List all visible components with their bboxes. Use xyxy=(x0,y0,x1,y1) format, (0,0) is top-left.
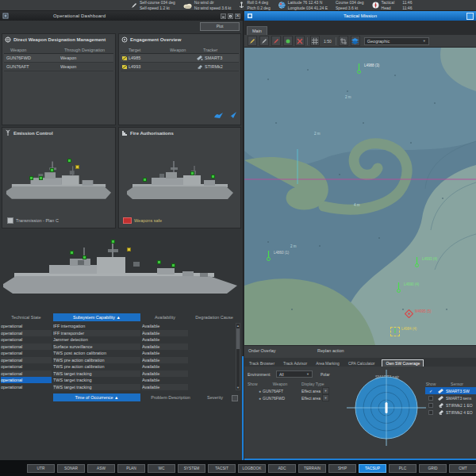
capability-cell[interactable]: TWS pre action calibration xyxy=(53,363,140,370)
dashboard-titlebar[interactable]: Operational Dashboard xyxy=(0,11,243,21)
tactical-map[interactable]: 2 m 2 m 4 m 2 m L4988 (3) L4860 (1) L499… xyxy=(244,48,476,345)
col-time-of-occurrence[interactable]: Time of Occurrence ▲ xyxy=(53,393,140,401)
state-row[interactable]: operational xyxy=(1,363,52,370)
taskbar-button-grid[interactable]: GRID xyxy=(419,464,447,473)
weapon-auth-marker[interactable] xyxy=(143,178,147,182)
taskbar-button-plc[interactable]: PLC xyxy=(389,464,416,473)
table-row[interactable]: GUN76AFT Weapon xyxy=(4,63,113,71)
window-menu-icon[interactable] xyxy=(466,13,474,20)
emitter-status-marker[interactable] xyxy=(67,159,71,163)
marker-green-icon[interactable] xyxy=(283,36,293,46)
track-symbol-friendly[interactable]: L4993 (4) xyxy=(413,257,437,267)
capability-cell[interactable]: Jammer detection xyxy=(53,336,140,343)
sensor-row[interactable]: SMART3 sens xyxy=(425,394,476,401)
col-show[interactable]: Show xyxy=(425,382,436,386)
scrollbar-thumb[interactable] xyxy=(236,328,240,349)
checkbox-icon[interactable] xyxy=(428,410,433,415)
track-symbol-hostile[interactable]: M4995 (5) xyxy=(405,309,432,318)
system-status-marker[interactable] xyxy=(111,240,115,244)
chevron-down-icon[interactable]: ▼ xyxy=(322,387,329,394)
state-row[interactable]: operational xyxy=(1,384,52,390)
layers-icon[interactable] xyxy=(351,36,360,46)
state-row[interactable]: operational xyxy=(1,330,52,336)
capability-cell[interactable]: TWS post action calibration xyxy=(53,350,140,356)
system-status-marker[interactable] xyxy=(157,260,161,264)
system-status-marker[interactable] xyxy=(70,251,74,255)
capability-cell[interactable]: IFF transponder xyxy=(53,330,140,336)
table-scrollbar[interactable]: ▲ ▼ xyxy=(236,323,240,390)
state-row[interactable]: operational xyxy=(1,350,52,356)
projection-select[interactable]: Geographic ▼ xyxy=(364,37,429,45)
grid-icon[interactable] xyxy=(310,36,320,46)
capability-cell[interactable]: Surface surveillance xyxy=(53,344,140,350)
col-through-designation[interactable]: Through Designation xyxy=(64,48,113,52)
col-availability[interactable]: Availability xyxy=(142,313,188,321)
capability-cell[interactable]: IFF interrogation xyxy=(53,323,140,329)
delete-red-icon[interactable] xyxy=(295,36,305,46)
system-status-marker[interactable] xyxy=(83,255,86,259)
track-symbol-selected[interactable]: L4984 (4) xyxy=(390,327,416,336)
table-row[interactable]: L4993 STIRMk2 xyxy=(121,63,239,71)
weapon-auth-marker[interactable] xyxy=(190,171,194,175)
polar-coverage-chart[interactable] xyxy=(342,365,431,451)
checkbox-icon[interactable] xyxy=(428,396,433,401)
plot-button[interactable]: Plot xyxy=(200,22,240,31)
state-row-selected[interactable]: operational xyxy=(1,377,52,383)
emitter-status-marker[interactable] xyxy=(39,176,43,180)
close-icon[interactable] xyxy=(235,13,240,19)
state-row[interactable]: operational xyxy=(1,370,52,377)
track-symbol-friendly[interactable]: L4860 (1) xyxy=(265,251,289,261)
engage-button[interactable] xyxy=(227,108,237,122)
taskbar-button-sonar[interactable]: SONAR xyxy=(57,464,85,473)
checkbox-icon[interactable] xyxy=(428,403,433,408)
environment-select[interactable]: All ▼ xyxy=(276,370,313,378)
taskbar-button-terrain[interactable]: TERRAIN xyxy=(298,464,326,473)
capability-cell[interactable]: TWS target tracking xyxy=(53,370,140,377)
col-weapon[interactable]: Weapon xyxy=(259,382,301,386)
emitter-status-marker-warning[interactable] xyxy=(75,165,79,169)
replan-action-label[interactable]: Replan action xyxy=(317,348,344,353)
emitter-status-marker[interactable] xyxy=(29,176,33,180)
col-tracker[interactable]: Tracker xyxy=(203,48,239,52)
table-row[interactable]: ●GUN76AFT Effect area▼ xyxy=(248,387,347,394)
system-status-marker-warning[interactable] xyxy=(127,248,131,251)
col-weapon[interactable]: Weapon xyxy=(170,48,203,52)
taskbar-button-ship[interactable]: SHIP xyxy=(328,464,356,473)
capability-cell[interactable]: TWS pre action calibration xyxy=(53,357,140,363)
track-symbol-friendly[interactable]: L4988 (3) xyxy=(355,63,379,74)
col-target[interactable]: Target xyxy=(121,48,170,52)
system-status-marker[interactable] xyxy=(171,263,175,267)
taskbar-button-wc[interactable]: WC xyxy=(148,464,175,473)
tab-area-marking[interactable]: Area Marking xyxy=(314,360,341,367)
taskbar-button-cmt[interactable]: CMT xyxy=(449,464,476,473)
taskbar-button-tacsup-active[interactable]: TACSUP xyxy=(359,464,386,473)
tab-track-browser[interactable]: Track Browser xyxy=(248,360,276,367)
weapon-auth-marker[interactable] xyxy=(211,175,215,178)
table-row[interactable]: L4985 SMART3 xyxy=(121,54,239,63)
col-weapon[interactable]: Weapon xyxy=(4,48,64,52)
sensor-row[interactable]: STIRMk2 1 EO xyxy=(425,401,476,409)
taskbar-button-logbook[interactable]: LOGBOOK xyxy=(238,464,266,473)
col-display-type[interactable]: Display Type xyxy=(301,382,347,386)
table-row[interactable]: GUN76FWD Weapon xyxy=(4,54,113,63)
sensor-row-selected[interactable]: ✓ SMART3 SW xyxy=(425,387,476,394)
pencil-yellow-icon[interactable] xyxy=(248,36,257,46)
track-symbol-friendly[interactable]: L4990 (4) xyxy=(395,282,419,293)
map-scale[interactable]: 1:50 xyxy=(322,39,333,44)
pencil-red-icon[interactable] xyxy=(271,36,281,46)
chevron-down-icon[interactable]: ▼ xyxy=(322,394,329,401)
minimize-icon[interactable] xyxy=(221,13,226,19)
pencil-grey-icon[interactable] xyxy=(259,36,269,46)
col-severity[interactable]: Severity xyxy=(201,393,229,401)
state-row[interactable]: operational xyxy=(1,336,52,343)
order-overlay-label[interactable]: Order Overlay xyxy=(248,348,276,353)
state-row[interactable]: operational xyxy=(1,323,52,329)
table-row[interactable]: ●GUN76FWD Effect area▼ xyxy=(248,394,347,401)
severity-filter-icon[interactable] xyxy=(232,395,238,401)
taskbar-button-plan[interactable]: PLAN xyxy=(117,464,145,473)
state-row[interactable]: operational xyxy=(1,344,52,350)
crop-icon[interactable] xyxy=(339,36,348,46)
taskbar-button-asw[interactable]: ASW xyxy=(87,464,115,473)
capability-cell[interactable]: TWS target tracking xyxy=(53,384,140,390)
assign-weapon-button[interactable] xyxy=(213,108,224,122)
